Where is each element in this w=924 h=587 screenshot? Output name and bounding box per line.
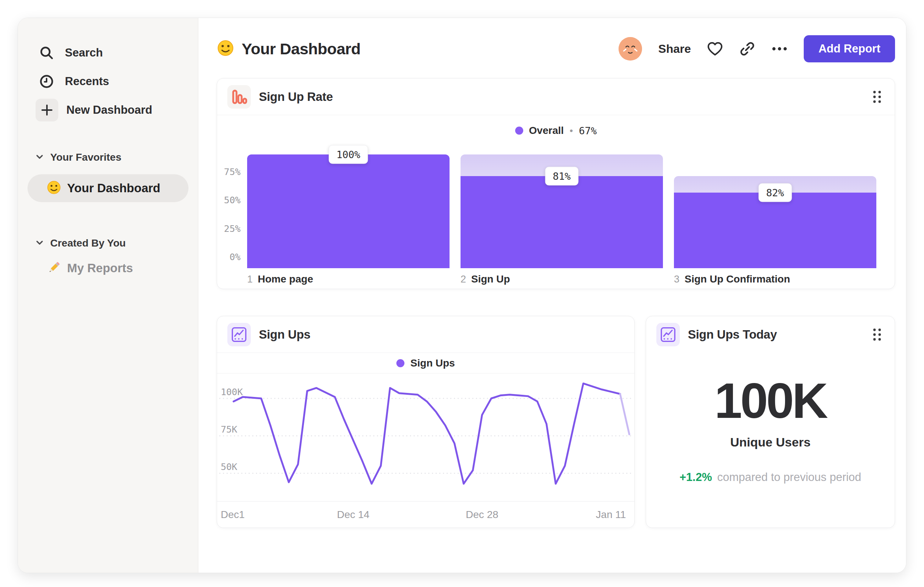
legend-separator: • bbox=[570, 125, 573, 136]
funnel-step-number: 3 bbox=[674, 274, 680, 285]
favorites-section-toggle[interactable]: Your Favorites bbox=[28, 149, 188, 166]
sidebar-item-label: My Reports bbox=[67, 261, 133, 275]
smiley-emoji bbox=[46, 180, 61, 196]
stat-delta-note: compared to previous period bbox=[717, 471, 861, 484]
funnel-step-number: 2 bbox=[460, 274, 466, 285]
funnel-step-name: Sign Up Confirmation bbox=[685, 273, 790, 285]
funnel-bar-fill bbox=[247, 154, 450, 268]
line-chart[interactable]: 100K75K50K bbox=[217, 374, 634, 501]
legend-series-name: Sign Ups bbox=[410, 357, 455, 369]
sidebar-section-created-by-you: Created By You My Reports bbox=[28, 235, 188, 282]
line-series-path[interactable] bbox=[234, 384, 620, 484]
line-x-tick-label: Dec1 bbox=[221, 509, 244, 521]
funnel-step: 81%2Sign Up bbox=[460, 146, 663, 289]
share-button[interactable]: Share bbox=[658, 42, 691, 56]
funnel-step: 100%1Home page bbox=[247, 146, 450, 289]
funnel-y-tick-label: 50% bbox=[224, 195, 241, 205]
stat-value: 100K bbox=[714, 376, 826, 426]
search-icon bbox=[38, 45, 54, 61]
avatar[interactable] bbox=[619, 37, 642, 61]
sidebar-item-label: New Dashboard bbox=[66, 103, 152, 117]
page-title: Your Dashboard bbox=[242, 40, 360, 58]
funnel-chart-icon bbox=[227, 85, 251, 109]
sidebar: Search Recents New Dashboard bbox=[18, 18, 198, 573]
funnel-step-name: Sign Up bbox=[471, 273, 510, 285]
legend-dot bbox=[396, 359, 404, 367]
line-y-tick-label: 50K bbox=[221, 461, 237, 472]
created-by-you-section-toggle[interactable]: Created By You bbox=[28, 235, 188, 252]
line-y-tick-label: 100K bbox=[221, 387, 243, 397]
funnel-step-label: 2Sign Up bbox=[460, 274, 663, 289]
line-x-tick-label: Dec 28 bbox=[466, 509, 498, 521]
smiley-emoji bbox=[217, 39, 234, 58]
funnel-value-pill: 81% bbox=[545, 167, 579, 185]
sidebar-item-label: Your Dashboard bbox=[67, 181, 160, 195]
drag-handle-icon[interactable] bbox=[869, 87, 885, 107]
sign-up-rate-card: Sign Up Rate Overall • 67% 75%50%25%0% 1… bbox=[217, 78, 895, 289]
sidebar-item-label: Recents bbox=[65, 75, 109, 88]
stat-label: Unique Users bbox=[730, 435, 810, 450]
funnel-step: 82%3Sign Up Confirmation bbox=[674, 146, 876, 289]
funnel-step-label: 3Sign Up Confirmation bbox=[674, 274, 876, 289]
sidebar-item-label: Search bbox=[65, 46, 103, 60]
funnel-step-number: 1 bbox=[247, 274, 252, 285]
favorite-heart-icon[interactable] bbox=[707, 41, 723, 57]
line-chart-icon bbox=[227, 323, 251, 346]
card-title: Sign Ups bbox=[259, 327, 625, 342]
plus-icon bbox=[36, 99, 58, 121]
more-options-icon[interactable] bbox=[771, 41, 788, 57]
sidebar-item-recents[interactable]: Recents bbox=[28, 67, 188, 96]
funnel-y-tick-label: 0% bbox=[229, 252, 241, 262]
add-report-button[interactable]: Add Report bbox=[804, 35, 895, 62]
drag-handle-icon[interactable] bbox=[869, 325, 885, 344]
card-title: Sign Up Rate bbox=[259, 90, 861, 104]
sidebar-section-favorites: Your Favorites Your Dashboard bbox=[28, 149, 188, 202]
app-window: Search Recents New Dashboard bbox=[18, 18, 906, 573]
funnel-chart: 75%50%25%0% 100%1Home page81%2Sign Up82%… bbox=[217, 146, 895, 289]
funnel-bar-fill bbox=[674, 193, 876, 268]
chevron-down-icon bbox=[36, 153, 44, 162]
sidebar-item-my-reports[interactable]: My Reports bbox=[28, 254, 188, 282]
funnel-value-pill: 82% bbox=[759, 184, 792, 202]
funnel-value-pill: 100% bbox=[328, 145, 368, 164]
card-title: Sign Ups Today bbox=[688, 327, 861, 342]
line-x-tick-label: Jan 11 bbox=[596, 509, 626, 521]
legend-dot bbox=[515, 127, 523, 135]
sign-ups-card: Sign Ups Sign Ups 100K75K50K Dec1Dec 14D… bbox=[217, 316, 635, 528]
pencil-emoji bbox=[46, 260, 61, 276]
legend-series-value: 67% bbox=[579, 125, 597, 136]
funnel-y-tick-label: 25% bbox=[224, 223, 241, 234]
funnel-legend[interactable]: Overall • 67% bbox=[217, 115, 895, 146]
sign-ups-today-card: Sign Ups Today 100K Unique Users +1.2% c… bbox=[646, 316, 895, 528]
sidebar-item-search[interactable]: Search bbox=[28, 38, 188, 67]
funnel-bar-fill bbox=[460, 176, 663, 268]
funnel-bar[interactable] bbox=[247, 154, 450, 268]
main-content: Your Dashboard Share A bbox=[198, 18, 906, 573]
funnel-step-label: 1Home page bbox=[247, 274, 450, 289]
dashboard-header: Your Dashboard Share A bbox=[217, 34, 895, 63]
clock-icon bbox=[38, 73, 54, 89]
funnel-y-tick-label: 75% bbox=[224, 166, 241, 177]
desktop-background: Search Recents New Dashboard bbox=[0, 0, 924, 587]
line-y-tick-label: 75K bbox=[221, 424, 237, 435]
line-chart-icon bbox=[656, 323, 680, 346]
sidebar-item-your-dashboard[interactable]: Your Dashboard bbox=[28, 174, 188, 202]
funnel-step-name: Home page bbox=[258, 273, 313, 285]
sidebar-item-new-dashboard[interactable]: New Dashboard bbox=[28, 96, 188, 124]
section-title: Created By You bbox=[50, 237, 126, 249]
line-chart-x-axis: Dec1Dec 14Dec 28Jan 11 bbox=[217, 501, 634, 527]
line-legend[interactable]: Sign Ups bbox=[217, 353, 634, 374]
stat-body: 100K Unique Users +1.2% compared to prev… bbox=[646, 353, 895, 527]
section-title: Your Favorites bbox=[50, 152, 121, 163]
funnel-steps: 100%1Home page81%2Sign Up82%3Sign Up Con… bbox=[247, 146, 876, 289]
stat-delta: +1.2% bbox=[680, 471, 712, 484]
chevron-down-icon bbox=[36, 238, 44, 248]
copy-link-icon[interactable] bbox=[739, 41, 755, 57]
line-series-path-faded bbox=[620, 394, 629, 434]
line-x-tick-label: Dec 14 bbox=[337, 509, 370, 521]
funnel-y-axis: 75%50%25%0% bbox=[217, 146, 247, 268]
legend-series-name: Overall bbox=[529, 125, 564, 136]
line-chart-svg bbox=[217, 374, 634, 501]
